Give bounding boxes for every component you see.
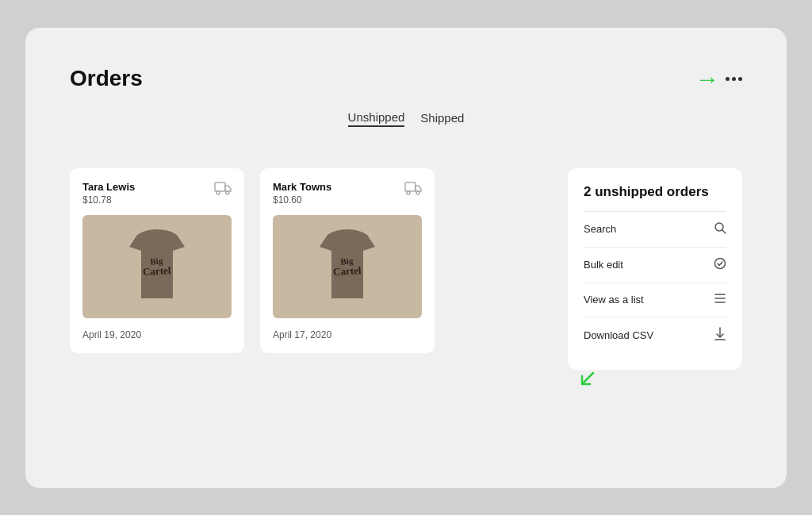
order-image: Big Cartel [82,215,232,318]
order-card-header: Mark Towns $10.60 [273,181,422,206]
order-info: Mark Towns $10.60 [273,181,331,206]
order-tabs: Unshipped Shipped [348,110,465,127]
order-price: $10.60 [273,194,331,206]
search-label: Search [584,223,616,235]
truck-icon [404,181,422,199]
right-panel: 2 unshipped orders Search Bulk edit [568,168,742,370]
order-price: $10.78 [82,194,135,206]
check-icon [714,257,726,273]
svg-point-12 [715,258,726,268]
svg-text:Cartel: Cartel [143,264,171,278]
svg-point-2 [226,191,229,194]
list-icon [714,293,726,307]
svg-text:Cartel: Cartel [333,264,362,278]
order-date: April 19, 2020 [82,329,232,340]
view-as-list-panel-item[interactable]: View as a list [584,283,726,317]
content-area: Tara Lewis $10.78 [70,168,742,370]
order-card[interactable]: Mark Towns $10.60 [260,168,435,353]
svg-rect-0 [215,183,225,191]
svg-line-11 [722,230,726,233]
svg-point-1 [216,191,220,194]
svg-rect-5 [405,183,416,191]
tab-unshipped[interactable]: Unshipped [348,110,405,127]
arrow-right-icon[interactable]: → [695,66,719,93]
download-csv-label: Download CSV [584,329,653,341]
customer-name: Mark Towns [273,181,331,193]
order-date: April 17, 2020 [273,329,422,340]
search-panel-item[interactable]: Search [584,212,726,248]
order-image: Big Cartel [273,215,422,318]
tab-shipped[interactable]: Shipped [420,111,464,126]
download-icon [714,327,726,344]
panel-wrapper: 2 unshipped orders Search Bulk edit [568,168,742,370]
top-right-controls: → [695,66,742,93]
arrow-up-left-icon [576,368,598,394]
svg-point-7 [416,191,419,194]
customer-name: Tara Lewis [82,181,135,193]
app-window: → Orders Unshipped Shipped Tara Lewis $1… [25,28,787,488]
more-menu-button[interactable] [726,77,742,81]
view-as-list-label: View as a list [584,294,644,306]
bulk-edit-panel-item[interactable]: Bulk edit [584,248,726,283]
download-csv-panel-item[interactable]: Download CSV [584,317,726,354]
orders-grid: Tara Lewis $10.78 [70,168,549,353]
truck-icon [214,181,232,199]
order-card[interactable]: Tara Lewis $10.78 [70,168,244,353]
tabs-wrapper: Unshipped Shipped [70,110,742,146]
page-title: Orders [70,66,742,91]
order-info: Tara Lewis $10.78 [82,181,135,206]
order-card-header: Tara Lewis $10.78 [82,181,232,206]
search-icon [714,221,726,237]
svg-point-6 [407,191,410,194]
bulk-edit-label: Bulk edit [584,259,623,271]
panel-title: 2 unshipped orders [584,184,726,200]
